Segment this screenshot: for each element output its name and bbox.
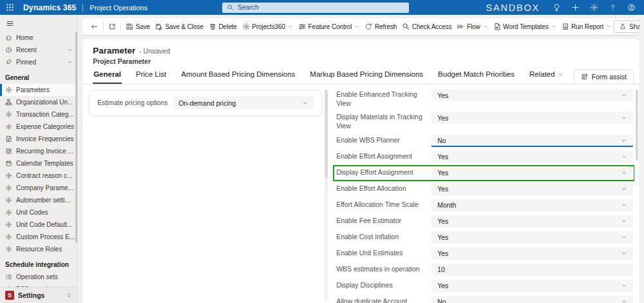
- estimate-pricing-options-select[interactable]: On-demand pricing: [173, 96, 314, 110]
- search-placeholder: Search: [238, 4, 259, 11]
- flow-button[interactable]: Flow: [454, 19, 490, 34]
- tab-price-list[interactable]: Price List: [135, 66, 167, 84]
- sidebar-item-recent[interactable]: Recent: [0, 44, 77, 56]
- command-label: Check Access: [412, 23, 452, 30]
- sidebar-item-organizational-un[interactable]: Organizational Un...: [0, 96, 77, 108]
- entity-icon: [5, 209, 12, 216]
- chevron-down-icon: [621, 250, 627, 257]
- sidebar-item-label: Expense Categories: [16, 123, 75, 130]
- sidebar-item-home[interactable]: Home: [0, 32, 77, 44]
- save-button[interactable]: Save: [123, 19, 153, 34]
- sidebar-item-unit-codes[interactable]: Unit Codes: [0, 206, 77, 219]
- form-scrollbar[interactable]: [322, 88, 330, 303]
- plus-icon[interactable]: [571, 3, 580, 12]
- sidebar-item-resource-roles[interactable]: Resource Roles: [0, 243, 77, 255]
- sidebar-item-recurring-invoice[interactable]: Recurring Invoice ...: [0, 145, 77, 157]
- lightbulb-icon[interactable]: [553, 3, 561, 12]
- chevron-down-icon: [621, 115, 627, 121]
- area-switcher-icon: [66, 292, 72, 298]
- gear-icon: [242, 23, 251, 31]
- fields-scrollbar-thumb[interactable]: [636, 90, 638, 161]
- tab-budget-match-priorities[interactable]: Budget Match Priorities: [437, 66, 515, 84]
- save-close-icon: [155, 23, 164, 31]
- area-switcher[interactable]: S Settings: [0, 287, 77, 303]
- chevron-down-icon: [558, 72, 564, 77]
- form-tabs: GeneralPrice ListAmount Based Pricing Di…: [93, 66, 578, 84]
- chevron-down-icon: [483, 24, 488, 29]
- sidebar-item-expense-categories[interactable]: Expense Categories: [0, 121, 77, 133]
- feature-control-button[interactable]: Feature Control: [296, 19, 362, 34]
- allow-duplicate-account-name-in-leads-select[interactable]: No: [431, 296, 633, 303]
- share-button[interactable]: Share: [614, 20, 639, 33]
- brand-title[interactable]: Dynamics 365: [23, 3, 76, 12]
- form-scrollbar-track[interactable]: [325, 90, 328, 302]
- run-report-button[interactable]: Run Report: [559, 19, 614, 34]
- chevron-down-icon: [621, 282, 627, 289]
- enable-cost-inflation-select[interactable]: Yes: [431, 231, 633, 244]
- account-presence-icon[interactable]: [627, 3, 636, 12]
- enable-effort-allocation-select[interactable]: Yes: [431, 183, 633, 195]
- refresh-button[interactable]: Refresh: [362, 19, 399, 34]
- entity-icon: [5, 197, 12, 204]
- tab-amount-based-pricing-dimensions[interactable]: Amount Based Pricing Dimensions: [180, 66, 296, 84]
- form-assist-button[interactable]: Form assist: [574, 70, 634, 84]
- display-effort-assignment-select[interactable]: Yes: [431, 167, 633, 179]
- effort-allocation-time-scale-select[interactable]: Month: [431, 199, 633, 211]
- field-row-display-materials-in-tracking-view: Display Materials in Tracking ViewYes: [335, 112, 633, 130]
- field-row-wbs-estimates-in-operation: WBS estimates in operation10: [335, 264, 633, 276]
- record-header: Parameter- Unsaved Project Parameter: [82, 39, 639, 65]
- sidebar-item-calendar-templates[interactable]: Calendar Templates: [0, 157, 77, 170]
- tab-label: General: [93, 70, 121, 78]
- popout-button[interactable]: [106, 19, 119, 34]
- field-value: Yes: [437, 217, 448, 225]
- waffle-icon: [6, 3, 14, 12]
- check-access-button[interactable]: Check Access: [399, 19, 454, 34]
- sidebar-item-operation-sets[interactable]: Operation sets: [0, 271, 77, 283]
- sidebar-item-label: Operation sets: [16, 273, 75, 280]
- sidebar-item-contract-reason-c[interactable]: Contract reason c...: [0, 170, 77, 182]
- sidebar-scrollbar[interactable]: [75, 32, 77, 286]
- app-name[interactable]: Project Operations: [90, 4, 147, 12]
- projects360-button[interactable]: Projects360: [240, 19, 296, 34]
- sidebar-item-autonumber-setti[interactable]: Autonumber setti...: [0, 194, 77, 206]
- help-icon[interactable]: [609, 3, 617, 12]
- sidebar-item-company-parame[interactable]: Company Parame...: [0, 182, 77, 194]
- chevron-down-icon: [621, 186, 627, 192]
- command-label: Delete: [218, 23, 236, 30]
- app-launcher-button[interactable]: [0, 0, 19, 15]
- back-button[interactable]: [88, 19, 101, 34]
- delete-button[interactable]: Delete: [206, 19, 240, 34]
- calendar-icon: [5, 160, 12, 167]
- tab-general[interactable]: General: [93, 66, 122, 84]
- enable-unit-estimates-select[interactable]: Yes: [431, 248, 633, 260]
- command-label: Word Templates: [503, 23, 549, 30]
- field-row-enable-unit-estimates: Enable Unit EstimatesYes: [335, 248, 633, 260]
- area-label: Settings: [18, 291, 44, 299]
- sidebar-item-invoice-frequencies[interactable]: Invoice Frequencies: [0, 133, 77, 145]
- sitemap-sidebar: HomeRecentPinnedGeneralParametersOrganiz…: [0, 15, 78, 303]
- fields-scrollbar[interactable]: [634, 88, 639, 303]
- search-box[interactable]: Search: [222, 3, 409, 13]
- sidebar-item-transaction-categ[interactable]: Transaction Categ...: [0, 108, 77, 121]
- settings-gear-icon[interactable]: [590, 3, 598, 12]
- sidebar-item-pinned[interactable]: Pinned: [0, 56, 77, 68]
- save-and-close-button[interactable]: Save & Close: [153, 19, 206, 34]
- tab-markup-based-pricing-dimensions[interactable]: Markup Based Pricing Dimensions: [309, 66, 424, 84]
- tab-related[interactable]: Related: [529, 66, 564, 84]
- enable-enhanced-tracking-view-select[interactable]: Yes: [431, 89, 633, 101]
- sidebar-item-unit-code-default[interactable]: Unit Code Default...: [0, 219, 77, 231]
- entity-icon: [5, 233, 12, 240]
- wbs-estimates-in-operation-input[interactable]: 10: [431, 264, 633, 276]
- sidebar-item-parameters[interactable]: Parameters: [0, 84, 77, 96]
- field-value: Yes: [437, 114, 448, 122]
- enable-wbs-planner-select[interactable]: No: [431, 135, 633, 147]
- sidebar-item-custom-process-e[interactable]: Custom Process E...: [0, 231, 77, 243]
- display-disciplines-select[interactable]: Yes: [431, 280, 633, 292]
- display-materials-in-tracking-view-select[interactable]: Yes: [431, 112, 633, 124]
- enable-fee-estimator-select[interactable]: Yes: [431, 215, 633, 228]
- enable-effort-assignment-select[interactable]: Yes: [431, 151, 633, 163]
- collapse-sitemap-button[interactable]: [0, 15, 77, 32]
- field-row-allow-duplicate-account-name-in-leads: Allow duplicate Account Name in LeadsNo: [335, 296, 633, 303]
- sidebar-scrollbar-thumb[interactable]: [75, 32, 77, 243]
- word-templates-button[interactable]: Word Templates: [491, 19, 559, 34]
